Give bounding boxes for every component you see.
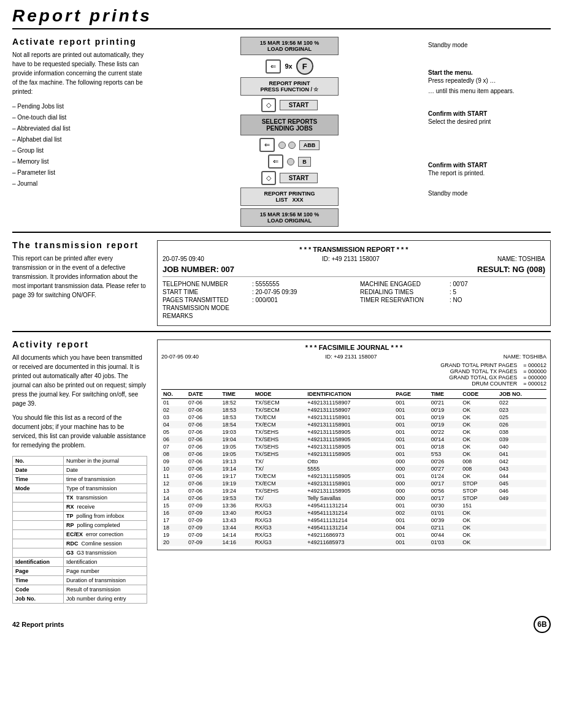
- journal-cell: 01'03: [429, 539, 461, 546]
- pages-value: : 000/001: [252, 297, 278, 303]
- journal-col-header: TIME: [429, 390, 461, 399]
- journal-cell: 14: [161, 495, 186, 502]
- legend-desc: Result of transmission: [63, 585, 147, 594]
- journal-cell: 046: [497, 487, 546, 495]
- journal-cell: 001: [394, 428, 429, 436]
- total-label: GRAND TOTAL PRINT PAGES: [440, 362, 517, 368]
- journal-cell: OK: [461, 524, 497, 531]
- journal-row: 1807-0913:44RX/G3+49541113121400402'11OK: [161, 524, 546, 531]
- journal-cell: OK: [461, 428, 497, 436]
- journal-cell: +495411131214: [305, 517, 394, 524]
- legend-sub-row: G3 G3 transmission: [63, 548, 147, 558]
- journal-cell: +4921311158905: [305, 450, 394, 458]
- journal-cell: +49211685973: [305, 539, 394, 546]
- journal-cell: 00'39: [429, 517, 461, 524]
- journal-row: 0907-0619:13TX/Otto00000'26008042: [161, 458, 546, 465]
- legend-label: [13, 539, 64, 548]
- journal-col-header: DATE: [186, 390, 221, 399]
- journal-cell: RX/G3: [253, 517, 306, 524]
- report-result: RESULT: NG (008): [477, 265, 545, 274]
- transmission-report-box: * * * TRANSMISSION REPORT * * * 20-07-95…: [157, 240, 551, 326]
- journal-cell: 07-06: [186, 399, 221, 407]
- legend-desc: Type of transmission: [63, 484, 147, 493]
- list-item: – Memory list: [12, 156, 147, 167]
- journal-row: 1207-0619:19TX/ECM+492131115890100000'17…: [161, 480, 546, 487]
- total-value: = 000000: [523, 368, 546, 374]
- journal-cell: 044: [497, 472, 546, 480]
- journal-col-header: TIME: [221, 390, 253, 399]
- journal-cell: 12: [161, 480, 186, 487]
- journal-cell: 001: [394, 421, 429, 428]
- journal-cell: 5555: [305, 465, 394, 472]
- journal-col-header: JOB NO.: [497, 390, 546, 399]
- mode-label: TRANSMISSION MODE: [163, 305, 248, 311]
- journal-cell: 040: [497, 443, 546, 450]
- journal-cell: 02'11: [429, 524, 461, 531]
- footer: 42 Report prints 6B: [12, 616, 551, 633]
- journal-cell: 07-09: [186, 524, 221, 531]
- journal-cell: 19: [161, 531, 186, 539]
- journal-cell: 07-09: [186, 509, 221, 517]
- journal-cell: +4921311158907: [305, 399, 394, 407]
- journal-cell: 13:36: [221, 502, 253, 509]
- legend-label: Time: [13, 576, 64, 585]
- start-time-label: START TIME: [163, 289, 248, 295]
- journal-cell: 001: [394, 517, 429, 524]
- legend-label: [13, 512, 64, 521]
- journal-cell: 15: [161, 502, 186, 509]
- legend-sub-row: TX transmission: [63, 493, 147, 502]
- step4-desc: The report is printed.: [428, 170, 551, 176]
- start-arrow-icon-1: ◇: [261, 98, 276, 112]
- detail-telephone: TELEPHONE NUMBER : 5555555: [163, 281, 348, 287]
- report-details: TELEPHONE NUMBER : 5555555 START TIME : …: [163, 281, 545, 320]
- journal-cell: OK: [461, 421, 497, 428]
- journal-cell: 07-06: [186, 414, 221, 421]
- legend-label: [13, 548, 64, 558]
- detail-redialing: REDIALING TIMES : 5: [360, 289, 545, 295]
- journal-cell: +495411131214: [305, 502, 394, 509]
- total-value: = 000012: [523, 381, 546, 387]
- journal-cell: 07-06: [186, 450, 221, 458]
- machine-value: : 00'07: [450, 281, 468, 287]
- journal-row: 2007-0914:16RX/G3+4921168597300101'03OK: [161, 539, 546, 546]
- journal-cell: 001: [394, 531, 429, 539]
- journal-cell: TX/: [253, 458, 306, 465]
- journal-cell: 023: [497, 406, 546, 414]
- journal-cell: 049: [497, 495, 546, 502]
- legend-label: Page: [13, 567, 64, 576]
- journal-row: 0807-0619:05TX/SEHS+49213111589050015'53…: [161, 450, 546, 458]
- key-f-button: F: [296, 58, 313, 75]
- section-activity-left: Activity report All documents which you …: [12, 339, 147, 604]
- journal-cell: 19:19: [221, 480, 253, 487]
- journal-cell: +495411131214: [305, 509, 394, 517]
- journal-cell: OK: [461, 406, 497, 414]
- journal-cell: [497, 524, 546, 531]
- journal-cell: Otto: [305, 458, 394, 465]
- indicator-light-2: [288, 142, 296, 149]
- report-printing-button: REPORT PRINTINGLIST XXX: [240, 188, 339, 206]
- journal-cell: 07-09: [186, 531, 221, 539]
- journal-cell: OK: [461, 517, 497, 524]
- journal-cell: 001: [394, 436, 429, 443]
- journal-cell: 042: [497, 458, 546, 465]
- legend-label: Time: [13, 475, 64, 484]
- journal-cell: 18:53: [221, 406, 253, 414]
- journal-cell: +4921311158905: [305, 472, 394, 480]
- journal-cell: 10: [161, 465, 186, 472]
- journal-cell: 07-06: [186, 495, 221, 502]
- start-arrow-icon-2: ◇: [261, 171, 276, 185]
- journal-cell: 09: [161, 458, 186, 465]
- select-reports-button: SELECT REPORTSPENDING JOBS: [240, 115, 339, 135]
- journal-cell: 07-06: [186, 465, 221, 472]
- legend-desc: Identification: [63, 558, 147, 567]
- journal-cell: OK: [461, 399, 497, 407]
- step5-label: Standby mode: [428, 190, 551, 197]
- report-job-row: JOB NUMBER: 007 RESULT: NG (008): [163, 265, 545, 277]
- journal-cell: OK: [461, 414, 497, 421]
- journal-row: 0107-0618:52TX/SECM+492131115890700100'2…: [161, 399, 546, 407]
- v-arrow-icon: ⇐: [268, 154, 283, 169]
- journal-cell: RX/G3: [253, 531, 306, 539]
- journal-box: * * * FACSIMILE JOURNAL * * * 20-07-95 0…: [157, 339, 551, 550]
- journal-cell: 19:24: [221, 487, 253, 495]
- legend-sub-row: RP polling completed: [63, 521, 147, 530]
